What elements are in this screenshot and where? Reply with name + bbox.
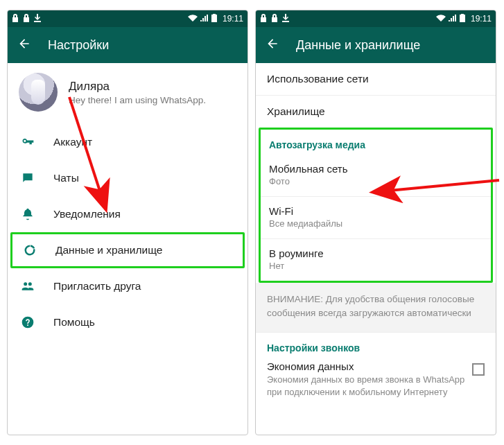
battery-icon (460, 14, 465, 24)
autoload-mobile[interactable]: Мобильная сеть Фото (261, 155, 491, 197)
autoload-notice: ВНИМАНИЕ: Для удобства общения голосовые… (256, 283, 496, 333)
wifi-icon (188, 14, 198, 24)
profile-status: Hey there! I am using WhatsApp. (69, 95, 206, 105)
row-value: Фото (269, 176, 480, 186)
battery-icon (211, 14, 217, 24)
chat-icon (20, 171, 35, 185)
signal-icon (449, 14, 457, 24)
settings-item-invite[interactable]: Пригласить друга (8, 268, 247, 304)
profile-name: Диляра (69, 80, 206, 94)
page-title: Данные и хранилище (296, 38, 420, 53)
economy-checkbox[interactable] (472, 363, 485, 376)
app-bar: Данные и хранилище (256, 27, 496, 63)
settings-item-account[interactable]: Аккаунт (8, 124, 247, 160)
settings-item-label: Пригласить друга (53, 280, 141, 293)
avatar (19, 73, 58, 112)
settings-item-data-storage[interactable]: Данные и хранилище (10, 232, 245, 268)
settings-list: Аккаунт Чаты Уведомления Данные и хранил… (8, 124, 247, 340)
autoload-wifi[interactable]: Wi-Fi Все медиафайлы (261, 197, 491, 239)
row-value: Все медиафайлы (269, 218, 480, 229)
section-header-autoload: Автозагрузка медиа (261, 130, 491, 155)
data-storage-screen: 19:11 Данные и хранилище Использование с… (255, 10, 496, 435)
row-label: Wi-Fi (269, 205, 480, 217)
status-time: 19:11 (223, 14, 243, 24)
settings-item-label: Данные и хранилище (55, 244, 162, 256)
autoload-roaming[interactable]: В роуминге Нет (261, 239, 491, 281)
settings-item-label: Уведомления (53, 208, 121, 220)
section-header-calls: Настройки звонков (267, 342, 485, 354)
row-label: В роуминге (269, 247, 480, 259)
settings-screen: 19:11 Настройки Диляра Hey there! I am u… (7, 10, 248, 435)
row-network-usage[interactable]: Использование сети (256, 63, 496, 96)
wifi-icon (436, 14, 446, 24)
back-icon[interactable] (17, 37, 31, 53)
row-label: Мобильная сеть (269, 163, 480, 175)
row-label: Хранилище (267, 105, 325, 117)
status-bar: 19:11 (256, 10, 496, 27)
back-icon[interactable] (266, 37, 279, 53)
status-key-icon-2 (23, 14, 30, 24)
key-icon (20, 135, 35, 149)
app-bar: Настройки (8, 27, 247, 63)
status-download-icon (34, 14, 41, 24)
bell-icon (20, 207, 35, 221)
settings-item-label: Чаты (53, 172, 79, 184)
row-storage[interactable]: Хранилище (256, 96, 496, 128)
status-time: 19:11 (471, 14, 492, 24)
status-key-icon (260, 14, 267, 24)
page-title: Настройки (48, 38, 109, 53)
data-usage-icon (22, 243, 37, 257)
settings-item-help[interactable]: Помощь (8, 304, 247, 340)
profile-row[interactable]: Диляра Hey there! I am using WhatsApp. (8, 63, 247, 124)
people-icon (20, 279, 35, 293)
media-autoload-box: Автозагрузка медиа Мобильная сеть Фото W… (259, 128, 493, 283)
row-economy[interactable]: Экономия данных Экономия данных во время… (267, 360, 485, 398)
row-desc: Экономия данных во время звонка в WhatsA… (267, 374, 465, 398)
row-label: Экономия данных (267, 360, 465, 372)
signal-icon (200, 14, 209, 24)
help-icon (20, 315, 35, 329)
call-settings: Настройки звонков Экономия данных Эконом… (256, 333, 496, 403)
status-bar: 19:11 (8, 10, 247, 27)
settings-item-label: Аккаунт (53, 136, 92, 148)
status-download-icon (282, 14, 289, 24)
settings-item-chats[interactable]: Чаты (8, 160, 247, 196)
status-key-icon (12, 14, 19, 24)
settings-item-notifications[interactable]: Уведомления (8, 196, 247, 232)
status-key-icon-2 (271, 14, 278, 24)
row-label: Использование сети (267, 73, 369, 85)
settings-item-label: Помощь (53, 316, 95, 329)
row-value: Нет (269, 261, 480, 271)
